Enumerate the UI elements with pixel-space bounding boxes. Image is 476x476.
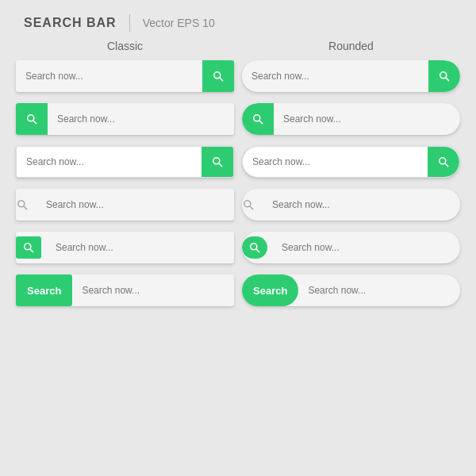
search-input-r5[interactable] <box>272 242 460 253</box>
search-icon-c2 <box>25 113 38 125</box>
search-icon-c4 <box>16 198 29 211</box>
search-input-c3[interactable] <box>17 156 202 167</box>
svg-line-1 <box>220 78 223 81</box>
search-bar-wrapper-r3 <box>242 146 460 178</box>
search-button-r2[interactable] <box>242 103 274 135</box>
search-bar-classic-2 <box>16 103 234 135</box>
page-title: SEARCH BAR <box>24 16 117 30</box>
search-bar-wrapper-r4 <box>242 189 460 221</box>
search-input-c5[interactable] <box>46 242 234 253</box>
search-input-c4[interactable] <box>36 199 234 210</box>
search-bar-wrapper-r2 <box>242 103 460 135</box>
search-bar-wrapper-6: Search <box>16 274 234 306</box>
search-icon-r1 <box>438 70 451 83</box>
search-icon-c3 <box>211 155 224 168</box>
search-text-button-r6[interactable]: Search <box>242 274 298 306</box>
svg-line-15 <box>445 163 448 167</box>
search-input-r2[interactable] <box>274 113 460 125</box>
search-bar-wrapper-4 <box>16 189 234 221</box>
search-bar-rounded-6: Search <box>242 274 460 306</box>
search-bar-wrapper-5 <box>16 232 234 263</box>
svg-line-3 <box>33 121 36 124</box>
header-divider <box>129 14 130 32</box>
search-icon-r4 <box>242 198 255 211</box>
page-header: SEARCH BAR Vector EPS 10 <box>0 0 476 40</box>
search-bar-wrapper-2 <box>16 103 234 135</box>
search-input-c2[interactable] <box>48 113 234 125</box>
search-bar-wrapper-r6: Search <box>242 274 460 306</box>
search-icon-gray-r4 <box>242 198 263 211</box>
svg-line-17 <box>250 206 253 209</box>
svg-line-11 <box>446 78 449 81</box>
search-icon-r3 <box>437 155 450 168</box>
search-bar-wrapper-1 <box>16 60 234 92</box>
search-button-c1[interactable] <box>202 60 234 92</box>
search-icon-c1 <box>212 70 225 83</box>
search-button-r1[interactable] <box>428 60 460 92</box>
search-button-c5[interactable] <box>16 236 41 259</box>
search-icon-c5 <box>22 241 35 254</box>
svg-line-9 <box>30 249 33 252</box>
svg-line-5 <box>219 163 222 167</box>
search-bar-rounded-1 <box>242 60 460 92</box>
search-text-button-c6[interactable]: Search <box>16 274 72 306</box>
search-bar-rounded-2 <box>242 103 460 135</box>
svg-line-13 <box>259 121 263 124</box>
search-input-r1[interactable] <box>242 71 428 82</box>
search-bar-wrapper-r1 <box>242 60 460 92</box>
search-input-c6[interactable] <box>72 285 234 296</box>
classic-column-title: Classic <box>16 40 234 52</box>
search-button-c3[interactable] <box>202 146 233 178</box>
search-button-r3[interactable] <box>428 146 459 178</box>
page-subtitle: Vector EPS 10 <box>143 17 215 29</box>
rounded-column-title: Rounded <box>242 40 460 52</box>
search-bar-classic-3 <box>16 146 234 178</box>
rounded-column: Rounded <box>242 40 460 476</box>
search-icon-gray-c4 <box>16 198 36 211</box>
search-bar-wrapper-3 <box>16 146 234 178</box>
classic-column: Classic <box>16 40 234 476</box>
search-input-c1[interactable] <box>16 71 202 82</box>
search-button-c2[interactable] <box>16 103 48 135</box>
search-icon-r2 <box>251 113 264 125</box>
search-bar-rounded-4 <box>242 189 460 221</box>
search-input-r4[interactable] <box>263 199 460 210</box>
search-input-r3[interactable] <box>243 156 428 167</box>
search-icon-r5 <box>248 241 261 254</box>
search-bar-classic-1 <box>16 60 234 92</box>
search-bar-classic-4 <box>16 189 234 221</box>
search-bar-rounded-5 <box>242 232 460 263</box>
search-bar-wrapper-r5 <box>242 232 460 263</box>
svg-line-19 <box>256 249 259 252</box>
search-bar-classic-6: Search <box>16 274 234 306</box>
search-button-r5[interactable] <box>242 236 267 259</box>
main-content: Classic <box>0 40 476 476</box>
search-bar-classic-5 <box>16 232 234 263</box>
search-bar-rounded-3 <box>242 146 460 178</box>
svg-line-7 <box>24 206 27 209</box>
search-input-r6[interactable] <box>298 285 460 296</box>
